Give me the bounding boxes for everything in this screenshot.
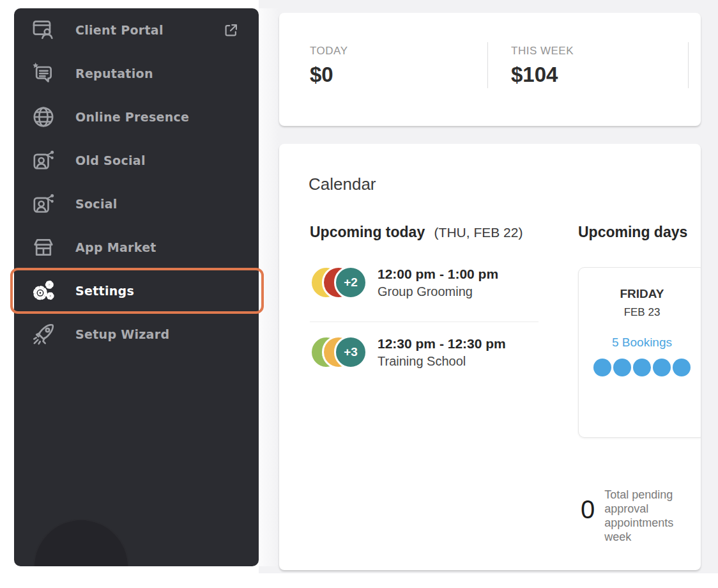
sidebar-item-label: Reputation (75, 66, 153, 81)
stat-today: TODAY $0 (310, 45, 348, 87)
sidebar: Client Portal Reputation (14, 8, 259, 566)
sidebar-item-label: Settings (75, 284, 134, 298)
sidebar-item-label: Setup Wizard (75, 327, 169, 341)
stat-value: $0 (310, 63, 348, 87)
old-social-icon (31, 148, 56, 173)
settings-icon (31, 278, 56, 304)
event-time: 12:00 pm - 1:00 pm (378, 266, 498, 282)
revenue-summary-card: TODAY $0 THIS WEEK $104 (279, 13, 701, 126)
reputation-icon (31, 61, 56, 86)
day-card-bookings-link[interactable]: 5 Bookings (579, 336, 701, 350)
day-card-date: FEB 23 (579, 306, 701, 319)
booking-dot (633, 359, 651, 376)
app-market-icon (31, 235, 56, 260)
calendar-title: Calendar (309, 174, 376, 194)
stat-value: $104 (511, 63, 574, 87)
sidebar-gap-glow (259, 8, 279, 566)
sidebar-item-setup-wizard[interactable]: Setup Wizard (14, 313, 259, 356)
event-divider (310, 321, 538, 322)
sidebar-item-reputation[interactable]: Reputation (14, 52, 259, 95)
upcoming-today-header: Upcoming today (THU, FEB 22) (310, 224, 523, 241)
online-presence-icon (31, 104, 56, 130)
stat-label: THIS WEEK (511, 45, 574, 58)
day-card-day: FRIDAY (579, 287, 701, 301)
sidebar-item-client-portal[interactable]: Client Portal (14, 8, 259, 52)
setup-wizard-icon (31, 321, 56, 347)
social-icon (31, 191, 56, 217)
stat-label: TODAY (310, 45, 348, 58)
avatar-overflow-badge: +3 (334, 336, 367, 369)
calendar-card: Calendar Upcoming today (THU, FEB 22) Up… (279, 144, 701, 570)
sidebar-item-label: Old Social (75, 153, 146, 167)
sidebar-item-label: App Market (75, 240, 157, 254)
sidebar-item-label: Social (75, 197, 118, 211)
avatar-overflow-badge: +2 (334, 266, 367, 299)
upcoming-days-header: Upcoming days (578, 224, 687, 241)
pending-count: 0 (581, 497, 595, 522)
booking-dot (653, 359, 671, 376)
day-card-friday[interactable]: FRIDAY FEB 23 5 Bookings (578, 267, 701, 438)
event-name: Training School (378, 353, 506, 369)
stat-divider (487, 42, 488, 88)
event-text: 12:30 pm - 12:30 pm Training School (378, 336, 506, 369)
sidebar-item-old-social[interactable]: Old Social (14, 139, 259, 182)
sidebar-item-app-market[interactable]: App Market (14, 226, 259, 269)
event-text: 12:00 pm - 1:00 pm Group Grooming (378, 266, 498, 299)
booking-dot (613, 359, 631, 376)
avatar-cluster: A D +3 (310, 335, 369, 369)
upcoming-today-date: (THU, FEB 22) (434, 225, 523, 240)
upcoming-today-label: Upcoming today (310, 224, 425, 240)
sidebar-item-settings[interactable]: Settings (14, 269, 259, 313)
bookings-dots (579, 359, 701, 376)
event-row-group-grooming[interactable]: L D +2 12:00 pm - 1:00 pm Group Grooming (310, 265, 498, 300)
stat-divider (688, 42, 689, 88)
pending-label: Total pending approval appointments week (604, 488, 695, 544)
booking-dot (593, 359, 611, 376)
sidebar-item-label: Client Portal (75, 23, 164, 37)
booking-dot (673, 359, 691, 376)
event-row-training-school[interactable]: A D +3 12:30 pm - 12:30 pm Training Scho… (310, 335, 506, 369)
sidebar-nav: Client Portal Reputation (14, 8, 259, 566)
avatar-cluster: L D +2 (310, 265, 369, 300)
stat-this-week: THIS WEEK $104 (511, 45, 574, 87)
sidebar-item-label: Online Presence (75, 110, 189, 124)
external-link-icon[interactable] (222, 22, 240, 39)
client-portal-icon (31, 17, 56, 43)
sidebar-item-online-presence[interactable]: Online Presence (14, 95, 259, 139)
sidebar-item-social[interactable]: Social (14, 182, 259, 226)
event-time: 12:30 pm - 12:30 pm (378, 336, 506, 352)
event-name: Group Grooming (378, 284, 498, 299)
pending-approval-stat: 0 Total pending approval appointments we… (581, 488, 695, 544)
